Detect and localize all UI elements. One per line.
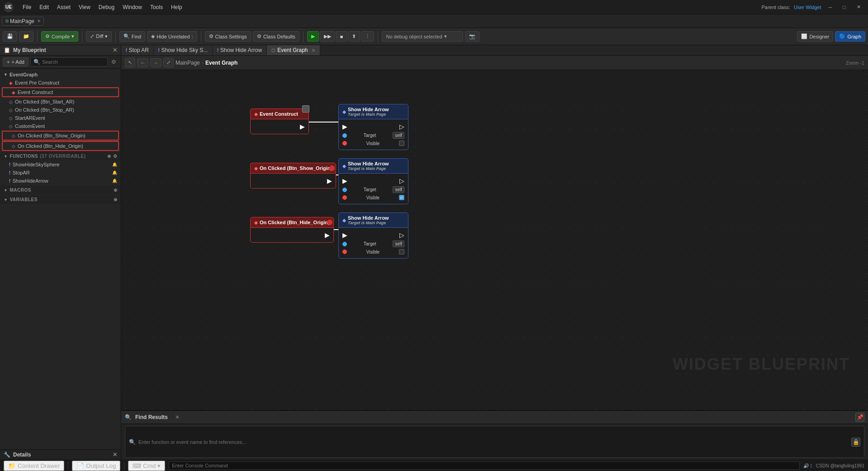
cmd-icon: ⌨ xyxy=(133,462,141,469)
menu-tools[interactable]: Tools xyxy=(147,2,166,12)
output-log-btn[interactable]: 📄 Output Log xyxy=(72,461,120,471)
designer-btn[interactable]: ⬜ Designer xyxy=(797,31,833,42)
graph-btn[interactable]: 🔵 Graph xyxy=(835,31,865,42)
cursor-mode-btn[interactable]: ↖ xyxy=(125,58,135,67)
find-btn[interactable]: 🔍 Find xyxy=(119,31,145,42)
stopar-bell: 🔔 xyxy=(112,170,117,175)
save-btn[interactable]: 💾 xyxy=(3,31,17,42)
content-drawer-btn[interactable]: 📁 Content Drawer xyxy=(4,461,64,471)
graph-icon: 🔵 xyxy=(839,33,845,39)
graph-canvas[interactable]: ◆ Event Construct ▶ ◆ Show xyxy=(121,70,868,410)
tree-item-eventconstruct[interactable]: ◆ Event Construct xyxy=(2,87,119,97)
tab-event-graph-close[interactable]: ✕ xyxy=(312,48,315,53)
functions-settings-icon[interactable]: ⚙ xyxy=(113,154,118,159)
variables-add-icon[interactable]: ⊕ xyxy=(114,197,118,202)
parent-class-link[interactable]: User Widget xyxy=(794,5,821,10)
node-showhidearrow-1[interactable]: ◆ Show Hide Arrow Target is Main Page ▶ … xyxy=(338,104,408,150)
showhidearrow-3-icon: ◆ xyxy=(342,218,346,223)
find-results-pin[interactable]: 📌 xyxy=(855,413,864,422)
menu-debug[interactable]: Debug xyxy=(95,2,118,12)
showhideskysphere-icon: f xyxy=(9,162,10,167)
maximize-btn[interactable]: □ xyxy=(839,3,849,12)
pause-btn[interactable]: ⬆ xyxy=(348,31,360,42)
find-results-close[interactable]: ✕ xyxy=(175,414,180,420)
details-close[interactable]: ✕ xyxy=(113,452,117,458)
tree-item-onclicked-show[interactable]: ◇ On Clicked (Btn_Show_Origin) xyxy=(2,131,119,141)
tab-show-hide-sky[interactable]: f Show Hide Sky S... xyxy=(154,45,213,55)
my-blueprint-title: My Blueprint xyxy=(13,47,46,53)
tree-item-showhideskysphere[interactable]: f ShowHideSkySphere 🔔 xyxy=(0,160,121,169)
debug-selector[interactable]: No debug object selected ▾ xyxy=(382,31,463,42)
functions-count: (37 OVERRIDABLE) xyxy=(40,154,85,159)
tab-stop-ar[interactable]: f Stop AR xyxy=(121,45,154,55)
menu-help[interactable]: Help xyxy=(167,2,186,12)
play-btn[interactable]: ▶ xyxy=(307,31,319,42)
onclicked-show-title: On Clicked (Btn_Show_Origin) xyxy=(260,165,332,171)
tree-item-onclicked-start[interactable]: ◇ On Clicked (Btn_Start_AR) xyxy=(0,98,121,106)
tree-item-showhidearrow[interactable]: f ShowHideArrow 🔔 xyxy=(0,177,121,185)
add-btn[interactable]: + + Add xyxy=(3,57,28,66)
hide-dropdown[interactable]: : xyxy=(192,34,193,39)
tab-mainpage[interactable]: MainPage xyxy=(10,18,34,24)
play-alt-btn[interactable]: ▶▶ xyxy=(320,31,335,42)
tree-item-stopar[interactable]: f StopAR 🔔 xyxy=(0,169,121,177)
class-defaults-btn[interactable]: ⚙ Class Defaults xyxy=(253,31,299,42)
search-input[interactable] xyxy=(42,59,104,65)
compile-btn[interactable]: ⚙ Compile ▾ xyxy=(41,31,78,42)
cmd-btn[interactable]: ⌨ Cmd ▾ xyxy=(128,461,165,471)
minimize-btn[interactable]: ─ xyxy=(825,3,836,12)
find-results-options[interactable]: 🔒 xyxy=(851,438,860,447)
forward-btn[interactable]: → xyxy=(150,58,161,67)
compile-dropdown[interactable]: ▾ xyxy=(71,33,74,39)
breadcrumb-mainpage[interactable]: MainPage xyxy=(175,60,200,66)
class-settings-btn[interactable]: ⚙ Class Settings xyxy=(205,31,251,42)
find-results-input[interactable] xyxy=(138,439,851,445)
debug-icon-btn[interactable]: 📷 xyxy=(465,31,479,42)
menu-view[interactable]: View xyxy=(75,2,94,12)
tab-event-graph[interactable]: ⬡ Event Graph ✕ xyxy=(267,45,320,55)
showhidearrow-1-visible-row: Visible xyxy=(342,140,404,147)
node-showhidearrow-3[interactable]: ◆ Show Hide Arrow Target is Main Page ▶ … xyxy=(338,212,408,259)
menu-file[interactable]: File xyxy=(19,2,35,12)
visible-checkbox-3[interactable] xyxy=(399,249,404,254)
visible-checkbox-2[interactable] xyxy=(399,195,404,200)
tree-item-onclicked-stop[interactable]: ◇ On Clicked (Btn_Stop_AR) xyxy=(0,106,121,114)
onclicked-hide-body: ▶ xyxy=(250,228,334,243)
eventgraph-header[interactable]: ▼ EventGraph xyxy=(0,71,121,79)
menu-asset[interactable]: Asset xyxy=(53,2,74,12)
macros-add-icon[interactable]: ⊕ xyxy=(114,188,118,193)
functions-add-icon[interactable]: ⊕ xyxy=(107,154,111,159)
on-clicked-show-label: On Clicked (Btn_Show_Origin) xyxy=(18,133,85,138)
tree-item-startarevent[interactable]: ◇ StartAREvent xyxy=(0,114,121,122)
status-bar: 📁 Content Drawer 📄 Output Log ⌨ Cmd ▾ 🔊 … xyxy=(0,460,868,471)
hide-unrelated-btn[interactable]: ◈ Hide Unrelated : xyxy=(147,31,197,42)
tab-show-hide-arrow[interactable]: f Show Hide Arrow xyxy=(213,45,267,55)
node-showhidearrow-2[interactable]: ◆ Show Hide Arrow Target is Main Page ▶ … xyxy=(338,158,408,204)
tree-item-customevent[interactable]: ◇ CustomEvent xyxy=(0,122,121,130)
console-input[interactable] xyxy=(169,462,800,470)
menu-window[interactable]: Window xyxy=(119,2,146,12)
showhidearrow-2-title-block: Show Hide Arrow Target is Main Page xyxy=(348,161,389,171)
expand-btn[interactable]: ⤢ xyxy=(163,58,174,67)
macros-arrow: ▼ xyxy=(4,188,8,193)
diff-btn[interactable]: ⤢ Diff ▾ xyxy=(86,31,111,42)
event-construct-collapsed-btn[interactable] xyxy=(302,105,309,113)
back-btn[interactable]: ← xyxy=(137,58,148,67)
visible-checkbox-1[interactable] xyxy=(399,141,404,146)
node-onclicked-show[interactable]: ◆ On Clicked (Btn_Show_Origin) ▶ xyxy=(250,163,336,188)
tree-item-eventpreconstruct[interactable]: ◆ Event Pre Construct xyxy=(0,79,121,87)
node-onclicked-hide[interactable]: ◆ On Clicked (Btn_Hide_Origin) ▶ xyxy=(250,217,334,243)
filter-btn[interactable]: ⚙ xyxy=(109,58,118,66)
menu-edit[interactable]: Edit xyxy=(36,2,52,12)
more-play-btn[interactable]: ⋮ xyxy=(361,31,374,42)
tree-item-onclicked-hide[interactable]: ◇ On Clicked (Btn_Hide_Origin) xyxy=(2,141,119,151)
stop-btn[interactable]: ■ xyxy=(336,31,347,42)
my-blueprint-close[interactable]: ✕ xyxy=(113,47,117,53)
node-event-construct[interactable]: ◆ Event Construct ▶ xyxy=(250,108,309,134)
status-right: 🔊 1 CSDN @tangfuling1991 xyxy=(803,463,864,468)
on-clicked-stop-label: On Clicked (Btn_Stop_AR) xyxy=(15,107,74,113)
browse-btn[interactable]: 📁 xyxy=(19,31,33,42)
showhidearrow-1-header: ◆ Show Hide Arrow Target is Main Page xyxy=(338,104,408,119)
tab-event-graph-label: Event Graph xyxy=(277,47,308,53)
close-btn[interactable]: ✕ xyxy=(853,2,864,12)
